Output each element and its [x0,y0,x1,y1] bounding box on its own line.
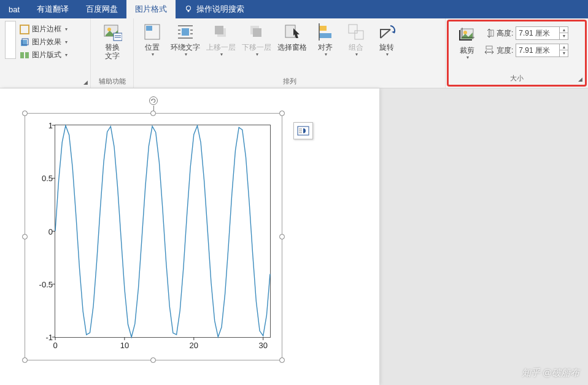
wrap-label: 环绕文字 [171,43,200,52]
styles-gallery[interactable] [5,21,16,59]
wrap-text-button[interactable]: 环绕文字▾ [168,21,203,58]
svg-point-0 [187,6,191,10]
group-accessibility-label: 辅助功能 [91,77,133,88]
svg-rect-29 [349,25,357,33]
group-size-label: 大小◢ [449,74,585,85]
picture-effects-button[interactable]: 图片效果▾ [18,36,69,48]
resize-handle-tl[interactable] [22,111,28,116]
width-spinner[interactable]: 7.91 厘米 ▲▼ [516,44,568,57]
height-spinner[interactable]: 7.91 厘米 ▲▼ [516,26,568,40]
resize-handle-bl[interactable] [22,357,28,363]
svg-point-8 [107,28,111,31]
height-label: 高度: [497,28,513,39]
svg-rect-2 [20,25,29,34]
picture-effects-label: 图片效果 [32,37,61,47]
tell-me-search[interactable]: 操作说明搜索 [176,0,253,18]
picture-border-button[interactable]: 图片边框▾ [18,23,69,35]
svg-rect-24 [253,28,261,37]
border-icon [20,25,29,34]
selected-picture[interactable]: -1-0.500.51 0102030 [25,113,282,360]
canvas-background [379,88,588,385]
svg-rect-30 [355,31,363,39]
picture-border-label: 图片边框 [32,24,61,34]
rotate-handle[interactable] [149,96,158,105]
selection-pane-icon [282,22,302,42]
height-value: 7.91 厘米 [516,28,559,39]
position-icon [142,22,162,42]
wrap-icon [176,22,195,42]
chart: -1-0.500.51 0102030 [55,125,271,338]
selection-pane-label: 选择窗格 [277,43,307,52]
page[interactable]: -1-0.500.51 0102030 [0,88,379,385]
svg-rect-14 [182,28,189,36]
bulb-icon [184,5,193,14]
group-label: 组合 [349,43,363,52]
selection-pane-button[interactable]: 选择窗格 [275,21,309,53]
bring-forward-icon [211,22,231,42]
picture-layout-label: 图片版式 [32,50,61,60]
alt-text-l2: 文字 [105,52,120,60]
effects-icon [20,37,29,47]
width-icon [484,45,494,55]
ribbon: 图片边框▾ 图片效果▾ 图片版式▾ ◢ 替换文字 辅助功能 [0,18,588,88]
size-launcher-icon[interactable]: ◢ [576,76,584,84]
tab-baidu[interactable]: 百度网盘 [77,0,126,18]
svg-rect-5 [20,52,24,58]
resize-handle-tr[interactable] [279,111,285,116]
send-backward-label: 下移一层 [242,43,271,52]
x-axis: 0102030 [55,341,270,353]
tab-bat[interactable]: bat [0,0,28,18]
align-button[interactable]: 对齐▾ [311,21,340,58]
bring-forward-button[interactable]: 上移一层▾ [204,21,238,58]
width-up[interactable]: ▲ [560,44,568,50]
rotate-icon [377,22,397,42]
bring-forward-label: 上移一层 [206,43,236,52]
crop-icon [457,25,477,45]
layout-options-button[interactable] [293,122,313,139]
position-button[interactable]: 位置▾ [137,21,167,58]
svg-rect-27 [319,33,331,38]
align-label: 对齐 [318,43,333,52]
group-arrange-label: 排列 [134,77,445,88]
styles-launcher-icon[interactable]: ◢ [82,79,89,87]
tab-picture-format[interactable]: 图片格式 [126,0,176,18]
svg-rect-36 [486,46,492,49]
alt-text-icon [103,22,122,42]
crop-label: 裁剪 [460,46,474,55]
y-axis: -1-0.500.51 [28,125,53,337]
resize-handle-l[interactable] [22,234,28,239]
svg-rect-22 [215,26,223,34]
height-icon [484,28,494,38]
align-icon [315,22,335,42]
group-icon [346,22,366,42]
send-backward-button[interactable]: 下移一层▾ [239,21,274,58]
tab-youdao[interactable]: 有道翻译 [28,0,77,18]
tab-bar: bat 有道翻译 百度网盘 图片格式 操作说明搜索 [0,0,588,18]
svg-rect-6 [25,52,29,58]
height-up[interactable]: ▲ [560,27,568,33]
chart-line [55,125,270,337]
resize-handle-r[interactable] [279,234,285,239]
crop-button[interactable]: 裁剪▾ [452,24,482,61]
group-button[interactable]: 组合▾ [341,21,371,58]
svg-rect-9 [114,33,122,41]
watermark: 知乎 @破船布 [522,367,579,379]
picture-layout-button[interactable]: 图片版式▾ [18,49,69,61]
resize-handle-b[interactable] [150,357,156,363]
layout-icon [20,50,29,60]
height-down[interactable]: ▼ [560,33,568,39]
resize-handle-t[interactable] [150,111,156,116]
svg-rect-34 [491,30,493,36]
document-area: -1-0.500.51 0102030 [0,88,588,385]
width-down[interactable]: ▼ [560,50,568,56]
rotate-label: 旋转 [379,43,394,52]
svg-rect-26 [319,26,327,31]
resize-handle-br[interactable] [279,357,285,363]
position-label: 位置 [145,43,160,52]
rotate-button[interactable]: 旋转▾ [372,21,401,58]
layout-options-icon [297,126,309,136]
svg-rect-13 [146,26,152,31]
width-value: 7.91 厘米 [516,45,559,56]
send-backward-icon [247,22,266,42]
alt-text-button[interactable]: 替换文字 [98,21,127,61]
